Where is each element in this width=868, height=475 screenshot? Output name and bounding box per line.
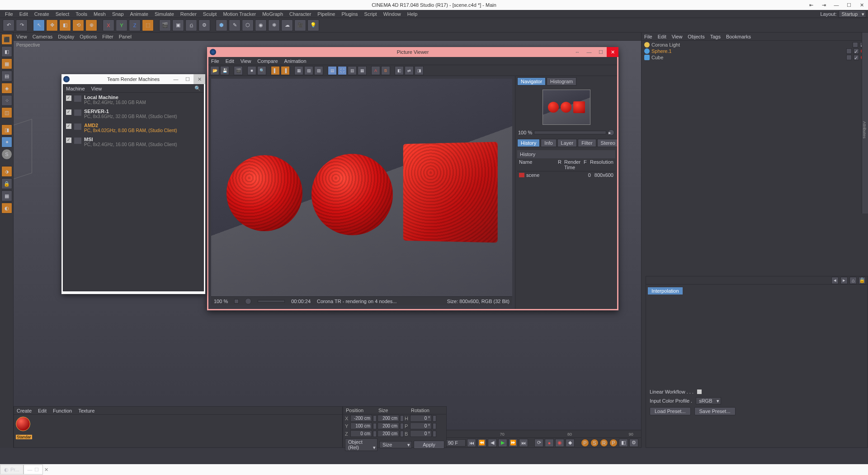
pv-menu-edit[interactable]: Edit (226, 58, 234, 64)
spinner[interactable] (433, 415, 436, 422)
select-tool-icon[interactable]: ↖ (33, 19, 45, 31)
x-axis-icon[interactable]: X (103, 19, 114, 31)
cube-primitive-icon[interactable]: ⬢ (216, 19, 227, 31)
pv-fullscreen-icon[interactable]: ⛶ (338, 66, 347, 75)
points-mode-icon[interactable]: ⁘ (1, 95, 12, 106)
pv-swap-icon[interactable]: ⇄ (405, 66, 414, 75)
quantize-icon[interactable]: ⬗ (1, 166, 12, 177)
move-tool-icon[interactable]: ✥ (46, 19, 58, 31)
obj-row-light[interactable]: Corona Light ✓ (642, 42, 868, 48)
pv-b-icon[interactable]: B (381, 66, 390, 75)
maximize-icon[interactable]: ☐ (843, 0, 855, 10)
pv-progress-slider[interactable] (258, 300, 285, 303)
pv-tab-info[interactable]: Info (541, 139, 556, 147)
key-param-icon[interactable]: P (609, 439, 618, 447)
menu-window[interactable]: Window (380, 11, 404, 17)
mat-menu-function[interactable]: Function (53, 408, 72, 413)
rot-p-field[interactable]: 0 ° (410, 423, 432, 429)
vp-menu-display[interactable]: Display (58, 34, 74, 39)
render-canvas[interactable] (211, 79, 512, 296)
restore-left-icon[interactable]: ⇤ (805, 0, 817, 10)
key-pla-icon[interactable]: ◧ (619, 439, 628, 447)
menu-render[interactable]: Render (177, 11, 200, 17)
pv-open-icon[interactable]: 📂 (210, 66, 219, 75)
spinner[interactable] (433, 431, 436, 437)
spinner[interactable] (433, 423, 436, 429)
grid-icon[interactable]: ▦ (1, 190, 12, 201)
mat-menu-create[interactable]: Create (17, 408, 32, 413)
texture-mode-icon[interactable]: ▤ (1, 71, 12, 81)
spinner[interactable] (373, 415, 377, 422)
edges-mode-icon[interactable]: ◫ (1, 107, 12, 118)
render-toggle[interactable]: ✓ (854, 55, 859, 60)
rotate-tool-icon[interactable]: ⟲ (72, 19, 84, 31)
machine-row[interactable]: Local Machine PC, 8x2.4GHz, 16.00 GB RAM (63, 93, 203, 107)
pv-stop-icon[interactable]: ■ (247, 66, 256, 75)
pv-diff-icon[interactable]: ◨ (415, 66, 424, 75)
om-menu-bookmarks[interactable]: Bookmarks (726, 34, 751, 39)
loop-icon[interactable]: ⟳ (534, 439, 543, 447)
nurbs-icon[interactable]: ⬡ (242, 19, 254, 31)
key-icon[interactable]: ◆ (566, 439, 575, 447)
close-icon[interactable]: ✕ (855, 0, 868, 10)
content-browser-tab[interactable]: Attributes (862, 33, 868, 214)
step-back-icon[interactable]: ⏪ (477, 439, 486, 447)
axis-icon[interactable]: ✦ (1, 137, 12, 147)
record-icon[interactable]: ● (545, 439, 554, 447)
pv-ch2-icon[interactable]: ▧ (304, 66, 313, 75)
vp-menu-filter[interactable]: Filter (102, 34, 113, 39)
om-menu-tags[interactable]: Tags (710, 34, 721, 39)
machine-row[interactable]: MSI PC, 8x2.4GHz, 16.00 GB RAM, (Studio … (63, 135, 203, 149)
vp-menu-cameras[interactable]: Cameras (33, 34, 53, 39)
object-mode-icon[interactable]: ▦ (1, 58, 12, 69)
model-mode-icon[interactable]: ◧ (1, 46, 12, 57)
pen-icon[interactable]: ✎ (229, 19, 241, 31)
machine-checkbox[interactable] (66, 124, 71, 129)
trm-maximize-icon[interactable]: ☐ (182, 74, 193, 84)
camera-icon[interactable]: 🎥 (294, 19, 306, 31)
task-min-icon[interactable]: ― (28, 467, 33, 472)
play-back-icon[interactable]: ◀ (488, 439, 497, 447)
vis-toggle[interactable] (846, 48, 852, 54)
render-toggle[interactable]: ✓ (854, 48, 859, 54)
trm-minimize-icon[interactable]: ― (170, 74, 182, 84)
y-axis-icon[interactable]: Y (116, 19, 127, 31)
render-view-icon[interactable]: 🎬 (159, 19, 171, 31)
misc-icon[interactable]: ◐ (1, 203, 12, 214)
machine-row[interactable]: SERVER-1 PC, 8x3.6GHz, 32.00 GB RAM, (St… (63, 107, 203, 121)
scale-tool-icon[interactable]: ◧ (59, 19, 71, 31)
frame-max-field[interactable]: 90 F (446, 439, 466, 446)
linear-workflow-checkbox[interactable]: ✓ (697, 390, 702, 394)
autokey-icon[interactable]: ◉ (555, 439, 564, 447)
editable-icon[interactable]: ⬛ (1, 34, 12, 45)
pv-tile-icon[interactable]: ▥ (348, 66, 357, 75)
menu-tools[interactable]: Tools (72, 11, 90, 17)
pv-close-icon[interactable]: ✕ (607, 47, 618, 57)
key-scale-icon[interactable]: S (590, 439, 599, 447)
om-menu-objects[interactable]: Objects (688, 34, 704, 39)
spinner[interactable] (400, 415, 404, 422)
trm-menu-view[interactable]: View (91, 86, 102, 91)
spinner[interactable] (400, 423, 404, 429)
pv-minimize-icon[interactable]: ― (583, 47, 595, 57)
taskbar-item[interactable]: ◐ Pr... (0, 465, 24, 475)
pv-titlebar[interactable]: Picture Viewer ↔ ― ☐ ✕ (207, 47, 618, 57)
pv-menu-view[interactable]: View (241, 58, 251, 64)
pv-maximize-icon[interactable]: ☐ (595, 47, 607, 57)
pos-y-field[interactable]: 100 cm (350, 423, 372, 429)
polygons-mode-icon[interactable]: ◨ (1, 124, 12, 135)
generator-icon[interactable]: ◉ (255, 19, 267, 31)
nav-zoom-slider[interactable] (534, 131, 606, 134)
attr-home-icon[interactable]: ⌂ (849, 277, 857, 284)
pv-zoom-icon[interactable]: 🔍 (257, 66, 266, 75)
attr-nav-icon[interactable]: ◂ (831, 277, 839, 284)
attr-tab-interpolation[interactable]: Interpolation (648, 287, 683, 294)
machine-checkbox[interactable] (66, 95, 71, 101)
menu-pipeline[interactable]: Pipeline (314, 11, 338, 17)
vis-toggle[interactable] (853, 42, 858, 48)
pv-tab-filter[interactable]: Filter (578, 139, 596, 147)
obj-row-cube[interactable]: Cube ✓ (642, 54, 868, 61)
pv-tab-history[interactable]: History (517, 139, 540, 147)
menu-mograph[interactable]: MoGraph (259, 11, 286, 17)
pv-tab-histogram[interactable]: Histogram (547, 77, 576, 86)
